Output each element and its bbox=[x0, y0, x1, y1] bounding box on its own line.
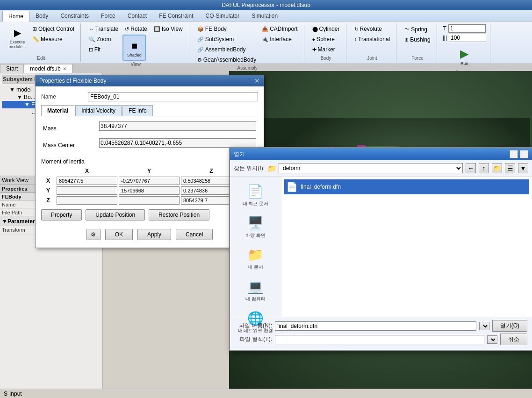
bushing-button[interactable]: ⊕ Bushing bbox=[402, 35, 432, 44]
filetype-input[interactable] bbox=[275, 335, 484, 344]
close-dialog-button[interactable]: ✕ bbox=[520, 150, 528, 158]
folder-icon: 📁 bbox=[267, 164, 277, 173]
app-title: DAFUL Preprocessor - model.dfsub bbox=[222, 2, 310, 8]
edit-buttons: ▶ Executemodule... ⊞ Object Control 📏 Me… bbox=[6, 24, 77, 50]
dialog-close-icon[interactable]: ✕ bbox=[254, 77, 260, 85]
view-button[interactable]: ☰ bbox=[505, 163, 515, 173]
rotate-button[interactable]: ↺ Rotate bbox=[122, 24, 149, 34]
recent-docs-icon: 📄 bbox=[247, 183, 264, 199]
file-item-0[interactable]: 📄 final_deform.dfn bbox=[284, 179, 529, 194]
cad-import-button[interactable]: 📥 CADImport bbox=[259, 24, 300, 34]
model-tab[interactable]: model.dfsub ✕ bbox=[24, 64, 72, 73]
iter-row: ||| bbox=[443, 34, 486, 42]
zoom-button[interactable]: 🔍 Zoom bbox=[86, 35, 121, 44]
filename-label: 파일 이름(N): bbox=[235, 322, 272, 330]
restore-position-button[interactable]: Restore Position bbox=[149, 209, 209, 220]
tab-body[interactable]: Body bbox=[29, 10, 54, 21]
inertia-yy[interactable] bbox=[119, 186, 180, 195]
marker-button[interactable]: ✚ Marker bbox=[310, 45, 342, 54]
tab-simulation[interactable]: Simulation bbox=[245, 10, 284, 21]
file-name-0: final_deform.dfn bbox=[301, 184, 341, 190]
simulate-controls: T ||| ▶ Run bbox=[443, 24, 486, 69]
subsystem-button[interactable]: 🔗 SubSystem bbox=[195, 35, 259, 44]
sphere-button[interactable]: ● Sphere bbox=[310, 35, 342, 44]
desktop-icon: 🖥️ bbox=[247, 214, 264, 231]
measure-button[interactable]: 📏 Measure bbox=[30, 35, 77, 44]
iso-view-button[interactable]: 🔲 Iso View bbox=[151, 24, 185, 34]
tab-initial-velocity[interactable]: Initial Velocity bbox=[75, 105, 122, 116]
start-tab[interactable]: Start bbox=[0, 64, 24, 73]
up-folder-button[interactable]: ↑ bbox=[479, 163, 489, 173]
filename-combo-arrow[interactable] bbox=[479, 322, 489, 330]
tab-constraints[interactable]: Constraints bbox=[54, 10, 95, 21]
inertia-xx[interactable] bbox=[57, 177, 117, 185]
cylinder-button[interactable]: ⬤ Cylinder bbox=[310, 24, 342, 34]
start-tab-label: Start bbox=[6, 65, 18, 72]
dialog-icon-btn[interactable]: ⚙ bbox=[86, 229, 101, 240]
cancel-file-button[interactable]: 취소 bbox=[500, 334, 527, 345]
tab-co-simulator[interactable]: CO-Simulator bbox=[199, 10, 245, 21]
force-buttons: 〜 Spring ⊕ Bushing bbox=[402, 24, 432, 44]
apply-button[interactable]: Apply bbox=[137, 229, 171, 240]
model-tab-close[interactable]: ✕ bbox=[63, 66, 66, 71]
open-file-button[interactable]: 열기(O) bbox=[492, 320, 527, 332]
cancel-button[interactable]: Cancel bbox=[176, 229, 213, 240]
object-control-button[interactable]: ⊞ Object Control bbox=[30, 24, 77, 34]
assembled-body-button[interactable]: 🔗 AssembledBody bbox=[195, 45, 259, 54]
property-button[interactable]: Property bbox=[41, 209, 82, 220]
nav-my-computer[interactable]: 💻 내 컴퓨터 bbox=[232, 276, 279, 305]
run-button[interactable]: ▶ Run bbox=[453, 43, 476, 69]
body-group-label: Body bbox=[321, 55, 331, 61]
view-menu-button[interactable]: ▼ bbox=[518, 163, 528, 173]
tab-force[interactable]: Force bbox=[95, 10, 122, 21]
tab-home[interactable]: Home bbox=[2, 11, 29, 21]
tree-item-bo-label: Bo... bbox=[24, 94, 36, 100]
new-folder-button[interactable]: 📁 bbox=[492, 163, 502, 173]
object-control-icon: ⊞ bbox=[32, 26, 37, 32]
tab-contact[interactable]: Contact bbox=[122, 10, 153, 21]
filetype-combo-arrow[interactable] bbox=[487, 335, 497, 344]
translate-button[interactable]: ↔ Translate bbox=[86, 24, 121, 34]
material-tab-content: Mass Mass Center Moment of inertia bbox=[41, 120, 258, 220]
tab-fe-info[interactable]: FE Info bbox=[122, 105, 153, 116]
nav-my-docs[interactable]: 📁 내 문서 bbox=[232, 244, 279, 273]
shaded-button[interactable]: ◼ Shaded bbox=[122, 35, 146, 61]
ribbon-group-force: 〜 Spring ⊕ Bushing Force bbox=[398, 23, 437, 62]
mass-input[interactable] bbox=[99, 121, 256, 131]
back-button[interactable]: ← bbox=[466, 163, 476, 173]
iter-input[interactable] bbox=[449, 34, 486, 42]
fit-button[interactable]: ⊡ Fit bbox=[86, 45, 121, 54]
spring-button[interactable]: 〜 Spring bbox=[402, 24, 432, 34]
help-button[interactable]: ? bbox=[510, 150, 518, 158]
interface-button[interactable]: 🔌 Interface bbox=[259, 35, 300, 44]
gear-assembled-button[interactable]: ⚙ GearAssembledBody bbox=[195, 55, 259, 64]
location-combo[interactable]: deform bbox=[279, 163, 463, 173]
dialog-title-label: Properties of Flexible Body bbox=[39, 78, 106, 84]
inertia-row-x-label: X bbox=[41, 177, 55, 185]
inertia-xy[interactable] bbox=[119, 177, 180, 185]
update-position-button[interactable]: Update Position bbox=[86, 209, 145, 220]
name-form-input[interactable] bbox=[88, 92, 258, 101]
iter-icon: ||| bbox=[443, 35, 447, 41]
tab-material[interactable]: Material bbox=[41, 105, 74, 116]
nav-desktop[interactable]: 🖥️ 바탕 화면 bbox=[232, 212, 279, 241]
translational-button[interactable]: ↕ Translational bbox=[352, 35, 393, 44]
view-group-label: View bbox=[130, 61, 141, 67]
nav-recent-docs[interactable]: 📄 내 최근 문서 bbox=[232, 180, 279, 209]
joint-buttons: ↻ Revolute ↕ Translational bbox=[352, 24, 393, 44]
measure-label: Measure bbox=[41, 36, 63, 43]
filename-input[interactable] bbox=[275, 321, 476, 331]
tab-fe-constraint[interactable]: FE Constraint bbox=[153, 10, 199, 21]
t-input[interactable] bbox=[448, 24, 486, 33]
t-label: T bbox=[443, 25, 446, 32]
my-computer-icon: 💻 bbox=[247, 278, 264, 295]
fe-body-button[interactable]: 📦 FE Body bbox=[195, 24, 259, 34]
status-text: S-Input bbox=[4, 391, 22, 397]
mass-center-input[interactable] bbox=[99, 138, 256, 148]
ok-button[interactable]: OK bbox=[105, 229, 133, 240]
mass-input-cell bbox=[97, 120, 258, 137]
revolute-button[interactable]: ↻ Revolute bbox=[352, 24, 393, 34]
name-form-row: Name bbox=[41, 92, 258, 101]
open-file-dialog: 열기 ? ✕ 찾는 위치(I): 📁 deform ← ↑ 📁 ☰ ▼ 📄 내 … bbox=[229, 147, 532, 351]
execute-module-button[interactable]: ▶ Executemodule... bbox=[6, 24, 29, 50]
